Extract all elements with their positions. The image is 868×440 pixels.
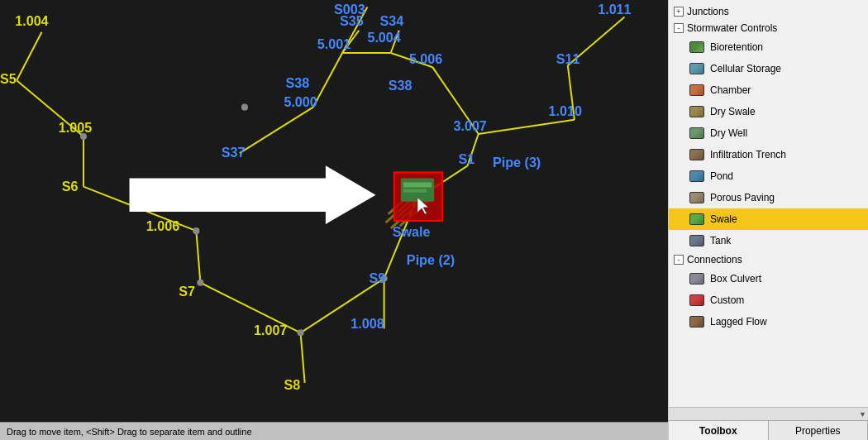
svg-point-26: [197, 280, 203, 286]
svg-text:5.000: 5.000: [284, 94, 317, 109]
stormwater-expand-icon[interactable]: -: [674, 23, 684, 33]
svg-text:1.004: 1.004: [15, 13, 48, 28]
custom-icon: [689, 292, 705, 308]
canvas-area[interactable]: 1.004 S5 1.005 S6 1.006 S7 1.007 S8 S003…: [0, 0, 668, 440]
scroll-indicator: ▼: [669, 407, 868, 420]
svg-text:1.010: 1.010: [549, 103, 582, 118]
lagged-flow-label: Lagged Flow: [710, 316, 767, 328]
connections-label: Connections: [687, 254, 742, 265]
tab-bar: Toolbox Properties: [669, 420, 868, 440]
chamber-label: Chamber: [710, 84, 751, 96]
status-bar: Drag to move item, <Shift> Drag to separ…: [0, 422, 668, 440]
dry-swale-label: Dry Swale: [710, 106, 756, 117]
svg-text:S34: S34: [380, 13, 404, 28]
svg-rect-65: [403, 183, 432, 188]
svg-text:S5: S5: [0, 71, 17, 86]
sidebar-item-infiltration-trench[interactable]: Infiltration Trench: [669, 144, 868, 165]
main-container: 1.004 S5 1.005 S6 1.006 S7 1.007 S8 S003…: [0, 0, 868, 440]
cellular-storage-label: Cellular Storage: [710, 63, 781, 74]
sidebar-item-stormwater-controls[interactable]: - Stormwater Controls: [669, 20, 868, 36]
junctions-expand-icon[interactable]: +: [674, 7, 684, 17]
dry-swale-icon: [689, 103, 705, 120]
sidebar-item-connections[interactable]: - Connections: [669, 251, 868, 268]
pond-icon: [689, 168, 705, 184]
pond-label: Pond: [710, 170, 733, 182]
svg-text:S38: S38: [389, 78, 413, 93]
sidebar-item-dry-well[interactable]: Dry Well: [669, 122, 868, 144]
sidebar-item-bioretention[interactable]: Bioretention: [669, 36, 868, 58]
svg-text:Swale: Swale: [393, 224, 431, 239]
sidebar-item-box-culvert[interactable]: Box Culvert: [669, 268, 868, 289]
scroll-down-arrow[interactable]: ▼: [859, 410, 866, 418]
porous-paving-icon: [689, 189, 705, 206]
status-text: Drag to move item, <Shift> Drag to separ…: [7, 427, 252, 437]
sidebar-item-custom[interactable]: Custom: [669, 289, 868, 311]
connections-expand-icon[interactable]: -: [674, 255, 684, 265]
sidebar: + Junctions - Stormwater Controls Bioret…: [668, 0, 868, 440]
sidebar-item-cellular-storage[interactable]: Cellular Storage: [669, 58, 868, 79]
svg-text:1.007: 1.007: [254, 323, 287, 337]
infiltration-trench-icon: [689, 146, 705, 163]
svg-text:S11: S11: [556, 51, 580, 66]
swale-icon: [689, 211, 705, 227]
svg-point-27: [298, 329, 304, 336]
infiltration-trench-label: Infiltration Trench: [710, 149, 786, 160]
svg-text:S37: S37: [222, 145, 246, 160]
sidebar-item-dry-swale[interactable]: Dry Swale: [669, 101, 868, 122]
chamber-icon: [689, 82, 705, 98]
sidebar-item-pond[interactable]: Pond: [669, 165, 868, 187]
tank-icon: [689, 232, 705, 249]
porous-paving-label: Porous Paving: [710, 192, 775, 203]
junctions-label: Junctions: [687, 6, 729, 17]
bioretention-label: Bioretention: [710, 41, 763, 53]
stormwater-controls-label: Stormwater Controls: [687, 22, 777, 34]
svg-text:5.001: 5.001: [317, 36, 351, 51]
svg-text:1.006: 1.006: [146, 218, 179, 233]
tab-properties-label: Properties: [795, 425, 841, 437]
svg-text:1.005: 1.005: [59, 120, 92, 135]
sidebar-item-chamber[interactable]: Chamber: [669, 79, 868, 101]
box-culvert-icon: [689, 270, 705, 287]
tab-toolbox-label: Toolbox: [699, 425, 737, 437]
swale-label: Swale: [710, 213, 737, 225]
lagged-flow-icon: [689, 313, 705, 330]
sidebar-item-porous-paving[interactable]: Porous Paving: [669, 187, 868, 208]
sidebar-content[interactable]: + Junctions - Stormwater Controls Bioret…: [669, 0, 868, 407]
svg-point-25: [193, 227, 199, 234]
svg-rect-66: [403, 189, 427, 193]
svg-text:1.011: 1.011: [598, 2, 631, 17]
sidebar-item-swale[interactable]: Swale: [669, 208, 868, 230]
svg-text:S7: S7: [179, 284, 195, 299]
svg-text:S6: S6: [62, 179, 79, 194]
custom-label: Custom: [710, 294, 744, 306]
svg-text:S1: S1: [458, 151, 475, 166]
cellular-storage-icon: [689, 60, 705, 77]
tab-properties[interactable]: Properties: [769, 421, 869, 440]
tab-toolbox[interactable]: Toolbox: [669, 421, 769, 440]
tank-label: Tank: [710, 235, 731, 246]
bioretention-icon: [689, 39, 705, 55]
dry-well-icon: [689, 125, 705, 141]
svg-text:Pipe (3): Pipe (3): [493, 155, 541, 170]
svg-text:S9: S9: [369, 270, 385, 285]
svg-text:5.004: 5.004: [367, 30, 400, 45]
svg-point-28: [241, 104, 248, 111]
svg-text:S38: S38: [285, 75, 309, 90]
svg-text:Pipe (2): Pipe (2): [407, 252, 455, 267]
box-culvert-label: Box Culvert: [710, 273, 761, 285]
network-diagram: 1.004 S5 1.005 S6 1.006 S7 1.007 S8 S003…: [0, 0, 668, 440]
svg-text:3.007: 3.007: [453, 118, 486, 133]
sidebar-item-lagged-flow[interactable]: Lagged Flow: [669, 311, 868, 332]
svg-text:S8: S8: [284, 377, 300, 392]
svg-text:1.008: 1.008: [351, 316, 384, 331]
dry-well-label: Dry Well: [710, 127, 747, 139]
svg-text:5.006: 5.006: [409, 51, 442, 66]
sidebar-item-junctions[interactable]: + Junctions: [669, 3, 868, 20]
sidebar-item-tank[interactable]: Tank: [669, 230, 868, 251]
svg-text:S35: S35: [340, 13, 364, 28]
